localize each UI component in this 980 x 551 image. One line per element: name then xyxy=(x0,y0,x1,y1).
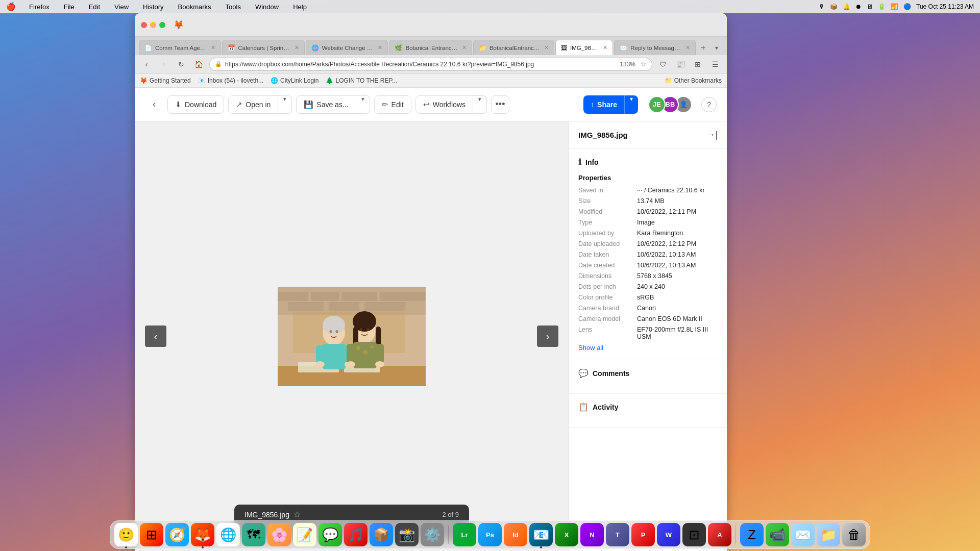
download-button[interactable]: ⬇ Download xyxy=(167,95,224,114)
reload-button[interactable]: ↻ xyxy=(175,58,188,71)
tab1-close[interactable]: ✕ xyxy=(211,44,215,51)
dock-trash[interactable]: 🗑 xyxy=(842,523,866,546)
next-image-button[interactable]: › xyxy=(537,325,558,347)
open-in-button[interactable]: ↗ Open in xyxy=(228,95,278,114)
wifi-icon[interactable]: 📶 xyxy=(891,3,898,10)
siri-icon[interactable]: 🎙 xyxy=(819,3,825,10)
dock-mail[interactable]: ✉️ xyxy=(791,523,815,546)
tab4-close[interactable]: ✕ xyxy=(462,44,467,51)
share-button[interactable]: ↑ Share xyxy=(583,95,624,114)
new-tab-button[interactable]: + xyxy=(697,41,709,55)
tab-3[interactable]: 🌐 Website Change Requ... ✕ xyxy=(306,40,388,55)
home-button[interactable]: 🏠 xyxy=(192,58,205,71)
show-all-link[interactable]: Show all xyxy=(578,344,718,352)
dock-settings[interactable]: ⚙️ xyxy=(421,523,444,546)
close-button[interactable] xyxy=(141,22,147,28)
dock-launchpad[interactable]: ⊞ xyxy=(140,523,163,546)
tab-2[interactable]: 📅 Calendars | Springfield... ✕ xyxy=(222,40,305,55)
star-icon[interactable]: ☆ xyxy=(293,510,301,519)
menu-icon[interactable]: ☰ xyxy=(708,58,722,71)
screen-record-icon[interactable]: ⏺ xyxy=(855,3,862,10)
dropbox-icon[interactable]: 📦 xyxy=(830,3,838,10)
reading-view-icon[interactable]: 📰 xyxy=(674,58,687,71)
dock-finder[interactable]: 🙂 xyxy=(114,523,138,546)
previous-image-button[interactable]: ‹ xyxy=(145,325,166,347)
shield-icon[interactable]: 🛡 xyxy=(656,58,670,71)
help-button[interactable]: ? xyxy=(701,97,717,112)
display-icon[interactable]: 🖥 xyxy=(867,3,873,10)
apple-menu[interactable]: 🍎 xyxy=(6,2,16,11)
dock-photoshop[interactable]: Ps xyxy=(478,523,502,546)
share-dropdown[interactable]: ▾ xyxy=(624,95,638,114)
activity-section[interactable]: 📋 Activity xyxy=(569,394,727,428)
bookmark-getting-started[interactable]: 🦊 Getting Started xyxy=(140,77,191,84)
tab-4[interactable]: 🌿 Botanical Entrance Sig... ✕ xyxy=(389,40,472,55)
dock-indesign[interactable]: Id xyxy=(504,523,527,546)
dock-safari[interactable]: 🧭 xyxy=(165,523,189,546)
notification-icon[interactable]: 🔔 xyxy=(843,3,850,10)
dock-maps[interactable]: 🗺 xyxy=(242,523,265,546)
tab-1[interactable]: 📄 Comm Team Agenda -... ✕ xyxy=(139,40,221,55)
dock-facetime[interactable]: 📹 xyxy=(766,523,789,546)
battery-icon[interactable]: 🔋 xyxy=(878,3,886,10)
bookmark-citylink[interactable]: 🌐 CityLink Login xyxy=(271,77,318,84)
dock-lightroom[interactable]: Lr xyxy=(453,523,476,546)
tab-6-active[interactable]: 🖼 IMG_9856.jpg ✕ xyxy=(555,40,613,55)
dock-messages[interactable]: 💬 xyxy=(318,523,342,546)
dock-powerpoint[interactable]: P xyxy=(631,523,655,546)
url-bar[interactable]: 🔒 https://www.dropbox.com/home/Parks/Pho… xyxy=(209,58,652,71)
dock-zoom[interactable]: Z xyxy=(740,523,764,546)
comments-section-title[interactable]: 💬 Comments xyxy=(578,368,718,378)
sync-icon[interactable]: ⊞ xyxy=(691,58,704,71)
tab7-close[interactable]: ✕ xyxy=(685,44,690,51)
tab3-close[interactable]: ✕ xyxy=(378,44,382,51)
bookmark-inbox[interactable]: 📧 Inbox (54) - iloveth... xyxy=(198,77,263,84)
dock-teams[interactable]: T xyxy=(606,523,629,546)
back-button[interactable]: ‹ xyxy=(140,58,153,71)
panel-collapse-button[interactable]: →| xyxy=(706,130,718,140)
tab2-close[interactable]: ✕ xyxy=(295,44,299,51)
more-options-button[interactable]: ••• xyxy=(491,95,509,114)
tab-5[interactable]: 📁 BotanicalEntrance22_... ✕ xyxy=(473,40,554,55)
dock-chrome[interactable]: 🌐 xyxy=(216,523,240,546)
dock-onenote[interactable]: N xyxy=(580,523,604,546)
menu-edit[interactable]: Edit xyxy=(86,2,103,12)
bookmark-star-icon[interactable]: ☆ xyxy=(641,60,647,68)
menu-firefox[interactable]: Firefox xyxy=(26,2,53,12)
menu-file[interactable]: File xyxy=(61,2,78,12)
dock-mission-control[interactable]: ⊡ xyxy=(682,523,706,546)
dock-appstore[interactable]: 📦 xyxy=(370,523,393,546)
menu-tools[interactable]: Tools xyxy=(223,2,244,12)
file-back-button[interactable]: ‹ xyxy=(145,95,163,114)
forward-button[interactable]: › xyxy=(157,58,170,71)
dock-screenshots[interactable]: 📸 xyxy=(395,523,419,546)
workflows-button[interactable]: ↩ Workflows xyxy=(415,95,473,114)
avatar-je[interactable]: JE xyxy=(648,96,666,113)
open-in-dropdown[interactable]: ▾ xyxy=(278,95,292,114)
edit-button[interactable]: ✏ Edit xyxy=(374,95,411,114)
dock-files[interactable]: 📁 xyxy=(817,523,840,546)
info-section-title[interactable]: ℹ Info xyxy=(578,157,718,167)
workflows-dropdown[interactable]: ▾ xyxy=(473,95,487,114)
tab5-close[interactable]: ✕ xyxy=(544,44,549,51)
menu-history[interactable]: History xyxy=(140,2,166,12)
dock-photos[interactable]: 🌸 xyxy=(267,523,291,546)
menu-view[interactable]: View xyxy=(111,2,132,12)
dock-word[interactable]: W xyxy=(657,523,680,546)
dock-firefox[interactable]: 🦊 xyxy=(191,523,214,546)
dock-outlook[interactable]: 📧 xyxy=(529,523,553,546)
save-as-dropdown[interactable]: ▾ xyxy=(356,95,370,114)
bookmark-login[interactable]: 🌲 LOGIN TO THE REP... xyxy=(326,77,397,84)
dock-music[interactable]: 🎵 xyxy=(344,523,368,546)
tab-7[interactable]: ✉️ Reply to Message - Dr... ✕ xyxy=(614,40,696,55)
dock-excel[interactable]: X xyxy=(555,523,578,546)
save-as-button[interactable]: 💾 Save as... xyxy=(296,95,356,114)
tabs-dropdown[interactable]: ▾ xyxy=(710,41,723,55)
tab6-close[interactable]: ✕ xyxy=(603,44,607,51)
dock-acrobat[interactable]: A xyxy=(708,523,731,546)
activity-section-title[interactable]: 📋 Activity xyxy=(578,402,718,412)
menu-bookmarks[interactable]: Bookmarks xyxy=(175,2,214,12)
bluetooth-icon[interactable]: 🔵 xyxy=(903,3,911,10)
minimize-button[interactable] xyxy=(150,22,156,28)
maximize-button[interactable] xyxy=(159,22,165,28)
